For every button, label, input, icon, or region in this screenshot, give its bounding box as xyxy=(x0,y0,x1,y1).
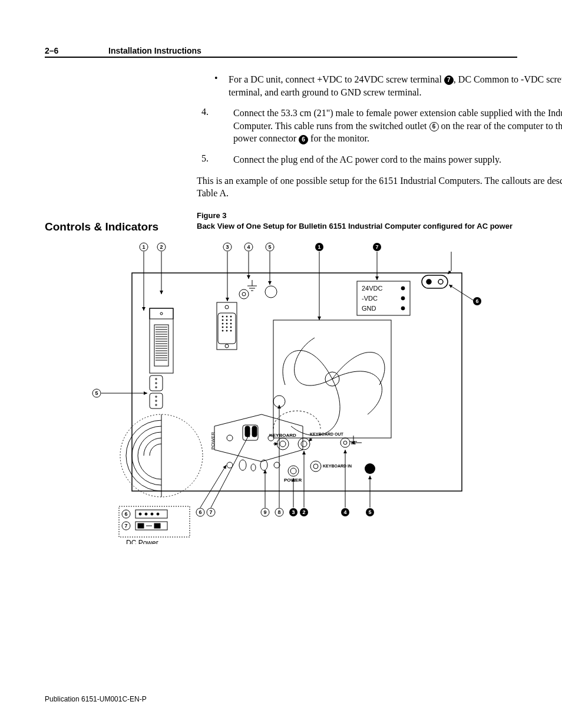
svg-text:2: 2 xyxy=(302,509,305,515)
svg-text:9: 9 xyxy=(263,509,266,515)
callout-6-open-icon: 6 xyxy=(429,122,439,131)
svg-point-33 xyxy=(222,319,223,321)
svg-text:2: 2 xyxy=(160,244,163,250)
svg-point-55 xyxy=(401,297,405,300)
svg-text:7: 7 xyxy=(375,244,378,250)
svg-rect-117 xyxy=(154,523,160,528)
svg-point-51 xyxy=(242,292,246,296)
svg-point-88 xyxy=(365,463,375,474)
keyboard-in-label: KEYBOARD IN xyxy=(323,464,352,468)
svg-point-29 xyxy=(225,305,229,309)
svg-point-64 xyxy=(227,435,233,441)
callout-6-solid-icon: 6 xyxy=(299,135,308,144)
svg-point-43 xyxy=(226,330,227,331)
svg-point-24 xyxy=(156,387,157,388)
section-heading: Controls & Indicators xyxy=(45,220,197,233)
terminal-vdc: -VDC xyxy=(362,295,378,302)
svg-text:8: 8 xyxy=(277,509,280,515)
svg-point-58 xyxy=(427,279,431,284)
figure-title: Back View of One Setup for Bulletin 6151… xyxy=(197,221,562,232)
svg-point-71 xyxy=(251,464,256,471)
content-area: Controls & Indicators • For a DC unit, c… xyxy=(45,73,517,546)
svg-text:3: 3 xyxy=(292,509,295,515)
step-number: 4. xyxy=(197,107,233,145)
svg-text:1: 1 xyxy=(142,244,145,250)
svg-text:7: 7 xyxy=(124,523,127,529)
svg-rect-20 xyxy=(150,375,163,391)
svg-point-114 xyxy=(157,513,159,515)
svg-rect-2 xyxy=(150,308,173,319)
svg-point-22 xyxy=(156,378,157,380)
svg-point-70 xyxy=(239,460,246,470)
svg-text:5: 5 xyxy=(95,390,98,396)
svg-point-54 xyxy=(401,286,405,290)
svg-point-32 xyxy=(230,316,232,317)
svg-text:1: 1 xyxy=(318,244,320,250)
svg-point-34 xyxy=(226,319,227,321)
svg-point-111 xyxy=(139,513,141,515)
svg-text:4: 4 xyxy=(343,509,346,515)
svg-point-35 xyxy=(230,319,232,321)
svg-rect-57 xyxy=(422,275,448,288)
svg-point-50 xyxy=(239,289,249,299)
callout-7-icon: 7 xyxy=(444,75,454,85)
svg-rect-28 xyxy=(217,302,237,350)
svg-point-84 xyxy=(343,441,347,444)
page-header: 2–6 Installation Instructions xyxy=(45,46,517,58)
bullet-text: For a DC unit, connect +VDC to 24VDC scr… xyxy=(229,73,562,98)
svg-point-41 xyxy=(230,327,232,328)
svg-point-42 xyxy=(222,330,223,331)
svg-rect-0 xyxy=(132,273,462,491)
svg-point-76 xyxy=(280,441,286,447)
svg-text:6: 6 xyxy=(199,509,201,515)
figure-diagram: 24VDC -VDC GND xyxy=(91,238,491,546)
intro-paragraph: This is an example of one possible setup… xyxy=(197,174,562,200)
svg-point-45 xyxy=(225,344,229,348)
svg-line-105 xyxy=(309,438,312,442)
figure-label: Figure 3 xyxy=(197,210,562,221)
step-5: 5. Connect the plug end of the AC power … xyxy=(197,153,562,166)
keyboard-out-label: KEYBOARD OUT xyxy=(310,432,344,436)
text-fragment: for the monitor. xyxy=(308,133,369,143)
svg-point-27 xyxy=(156,404,157,406)
bullet-dot-icon: • xyxy=(214,73,229,98)
svg-rect-1 xyxy=(150,308,173,373)
svg-text:7: 7 xyxy=(209,509,212,515)
text-fragment: For a DC unit, connect +VDC to 24VDC scr… xyxy=(229,74,444,84)
svg-point-82 xyxy=(313,464,318,469)
publication-footer: Publication 6151-UM001C-EN-P xyxy=(45,695,147,703)
svg-rect-21 xyxy=(150,393,163,409)
page-number: 2–6 xyxy=(45,46,108,55)
step-number: 5. xyxy=(197,153,233,166)
svg-point-39 xyxy=(222,327,223,328)
terminal-gnd: GND xyxy=(362,305,376,312)
step-text: Connect the 53.3 cm (21") male to female… xyxy=(233,107,562,145)
svg-point-83 xyxy=(340,438,350,447)
svg-text:5: 5 xyxy=(368,509,371,515)
keyboard-label: KEYBOARD xyxy=(269,433,296,438)
svg-point-26 xyxy=(156,400,157,401)
svg-point-112 xyxy=(145,513,147,515)
svg-point-81 xyxy=(310,461,321,472)
power-label: POWER xyxy=(284,477,302,483)
svg-point-77 xyxy=(298,438,310,450)
svg-point-38 xyxy=(230,323,232,324)
svg-point-52 xyxy=(265,286,277,298)
svg-text:3: 3 xyxy=(226,244,229,250)
svg-point-80 xyxy=(290,468,296,474)
bullet-item: • For a DC unit, connect +VDC to 24VDC s… xyxy=(214,73,562,98)
page: 2–6 Installation Instructions Controls &… xyxy=(0,0,562,728)
svg-text:6: 6 xyxy=(124,511,127,517)
svg-point-25 xyxy=(156,396,157,397)
svg-point-113 xyxy=(151,513,153,515)
svg-point-31 xyxy=(226,316,227,317)
step-text: Connect the plug end of the AC power cor… xyxy=(233,153,501,166)
figure-caption: Figure 3 Back View of One Setup for Bull… xyxy=(197,210,562,232)
svg-point-78 xyxy=(301,441,307,447)
svg-point-59 xyxy=(438,279,443,284)
svg-point-72 xyxy=(260,460,267,470)
right-column: • For a DC unit, connect +VDC to 24VDC s… xyxy=(197,73,562,546)
svg-point-30 xyxy=(222,316,223,317)
svg-text:6: 6 xyxy=(475,298,478,304)
svg-point-44 xyxy=(230,330,232,331)
